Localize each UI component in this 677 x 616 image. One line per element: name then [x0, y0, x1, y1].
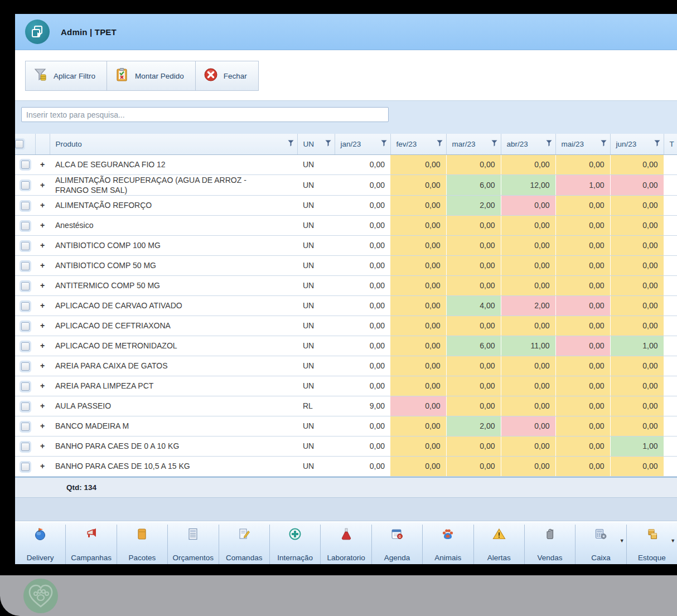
apply-filter-button[interactable]: Aplicar Filtro — [26, 61, 107, 90]
table-row[interactable]: +ALIMENTAÇÃO RECUPERAÇAO (AGUA DE ARROZ … — [15, 174, 677, 195]
chevron-down-icon[interactable]: ▼ — [620, 538, 625, 544]
nav-item-pacotes[interactable]: Pacotes — [117, 525, 168, 564]
month-value-cell: 2,00 — [446, 416, 501, 436]
nav-item-vendas[interactable]: Vendas — [525, 525, 576, 564]
row-expander[interactable]: + — [35, 154, 50, 174]
table-row[interactable]: +BANHO PARA CAES DE 0 A 10 KGUN0,000,000… — [15, 436, 677, 456]
column-header-un[interactable]: UN — [297, 134, 335, 154]
row-checkbox[interactable] — [21, 262, 30, 270]
row-expander[interactable]: + — [35, 456, 50, 476]
nav-item-interna-o[interactable]: Internação — [270, 525, 321, 564]
column-filter-icon[interactable] — [491, 140, 497, 148]
jan-value-cell: 0,00 — [335, 255, 390, 275]
row-expander[interactable]: + — [35, 336, 50, 356]
row-checkbox[interactable] — [21, 463, 30, 471]
column-header-produto[interactable]: Produto — [50, 134, 297, 154]
row-checkbox[interactable] — [21, 443, 30, 451]
column-header-jan23[interactable]: jan/23 — [335, 134, 390, 154]
chevron-down-icon[interactable]: ▼ — [670, 538, 675, 544]
row-checkbox[interactable] — [21, 322, 30, 331]
row-expander[interactable]: + — [35, 396, 50, 416]
total-cell — [664, 436, 677, 456]
nav-item-estoque[interactable]: ▼Estoque — [627, 525, 677, 564]
close-button[interactable]: Fechar — [196, 61, 258, 90]
table-row[interactable]: +AREIA PARA CAIXA DE GATOSUN0,000,000,00… — [15, 356, 677, 376]
table-row[interactable]: +ANTITERMICO COMP 50 MGUN0,000,000,000,0… — [15, 275, 677, 295]
column-header-fev23[interactable]: fev/23 — [390, 134, 446, 154]
row-expander[interactable]: + — [35, 174, 50, 195]
table-row[interactable]: +BANCO MADEIRA MUN0,000,002,000,000,000,… — [15, 416, 677, 436]
table-row[interactable]: +ALCA DE SEGURANCA FIO 12UN0,000,000,000… — [15, 154, 677, 174]
search-input[interactable] — [21, 107, 389, 122]
column-filter-icon[interactable] — [437, 140, 443, 148]
row-checkbox[interactable] — [21, 342, 30, 351]
month-value-cell: 0,00 — [390, 255, 446, 275]
jan-value-cell: 0,00 — [335, 356, 390, 376]
nav-item-comandas[interactable]: Comandas — [219, 525, 270, 564]
row-checkbox[interactable] — [21, 362, 30, 371]
month-value-cell: 1,00 — [610, 336, 664, 356]
nav-item-laboratorio[interactable]: Laboratorio — [321, 525, 371, 564]
row-expander[interactable]: + — [35, 316, 50, 336]
column-filter-icon[interactable] — [546, 140, 552, 148]
nav-item-alertas[interactable]: Alertas — [474, 525, 525, 564]
table-row[interactable]: +ANTIBIOTICO COMP 100 MGUN0,000,000,000,… — [15, 235, 677, 255]
row-expander[interactable]: + — [35, 416, 50, 436]
column-header-total[interactable]: T — [664, 134, 677, 154]
column-header-mai23[interactable]: mai/23 — [555, 134, 610, 154]
row-expander[interactable]: + — [35, 376, 50, 396]
column-filter-icon[interactable] — [381, 140, 387, 148]
unit-cell: UN — [297, 235, 335, 255]
row-checkbox[interactable] — [21, 282, 30, 290]
row-checkbox[interactable] — [21, 402, 30, 411]
row-checkbox[interactable] — [21, 181, 30, 190]
nav-item-agenda[interactable]: 6Agenda — [372, 525, 423, 564]
product-cell: BANCO MADEIRA M — [50, 416, 297, 436]
total-cell — [664, 416, 677, 436]
table-row[interactable]: +APLICACAO DE CARVAO ATIVADOUN0,000,004,… — [15, 295, 677, 316]
row-expander[interactable]: + — [35, 195, 50, 215]
nav-item-label: Pacotes — [129, 554, 156, 562]
row-checkbox[interactable] — [21, 161, 30, 169]
row-checkbox[interactable] — [21, 202, 30, 210]
row-expander[interactable]: + — [35, 436, 50, 456]
month-value-cell: 0,00 — [390, 295, 446, 316]
row-checkbox[interactable] — [21, 222, 30, 230]
row-expander[interactable]: + — [35, 215, 50, 235]
column-filter-icon[interactable] — [601, 140, 607, 148]
column-header-abr23[interactable]: abr/23 — [501, 134, 555, 154]
nav-item-or-amentos[interactable]: Orçamentos — [168, 525, 219, 564]
row-expander[interactable]: + — [35, 275, 50, 295]
row-expander[interactable]: + — [35, 235, 50, 255]
gap-band — [15, 498, 677, 521]
table-row[interactable]: +APLICACAO DE METRONIDAZOLUN0,000,006,00… — [15, 336, 677, 356]
nav-item-campanhas[interactable]: Campanhas — [66, 525, 117, 564]
row-expander[interactable]: + — [35, 295, 50, 316]
jan-value-cell: 0,00 — [335, 235, 390, 255]
build-order-button[interactable]: Montar Pedido — [107, 61, 196, 90]
table-row[interactable]: +ALIMENTAÇÃO REFORÇOUN0,000,002,000,000,… — [15, 195, 677, 215]
table-row[interactable]: +AULA PASSEIORL9,000,000,000,000,000,00 — [15, 396, 677, 416]
column-header-mar23[interactable]: mar/23 — [446, 134, 501, 154]
table-row[interactable]: +APLICACAO DE CEFTRIAXONAUN0,000,000,000… — [15, 316, 677, 336]
nav-item-animais[interactable]: Animais — [423, 525, 473, 564]
column-filter-icon[interactable] — [288, 140, 294, 148]
row-expander[interactable]: + — [35, 356, 50, 376]
row-checkbox[interactable] — [21, 423, 30, 431]
row-checkbox[interactable] — [21, 302, 30, 311]
table-row[interactable]: +ANTIBIOTICO COMP 50 MGUN0,000,000,000,0… — [15, 255, 677, 275]
row-checkbox[interactable] — [21, 382, 30, 391]
table-row[interactable]: +AREIA PARA LIMPEZA PCTUN0,000,000,000,0… — [15, 376, 677, 396]
nav-item-delivery[interactable]: Delivery — [15, 525, 66, 564]
table-row[interactable]: +BANHO PARA CAES DE 10,5 A 15 KGUN0,000,… — [15, 456, 677, 476]
row-expander[interactable]: + — [35, 255, 50, 275]
select-all-header[interactable] — [15, 134, 35, 154]
row-checkbox[interactable] — [21, 242, 30, 250]
column-filter-icon[interactable] — [654, 140, 660, 148]
column-header-jun23[interactable]: jun/23 — [610, 134, 664, 154]
nav-item-caixa[interactable]: ▼Caixa — [576, 525, 626, 564]
select-all-checkbox[interactable] — [15, 140, 23, 148]
table-row[interactable]: +AnestésicoUN0,000,000,000,000,000,00 — [15, 215, 677, 235]
column-filter-icon[interactable] — [325, 140, 331, 148]
document-icon — [186, 527, 200, 543]
